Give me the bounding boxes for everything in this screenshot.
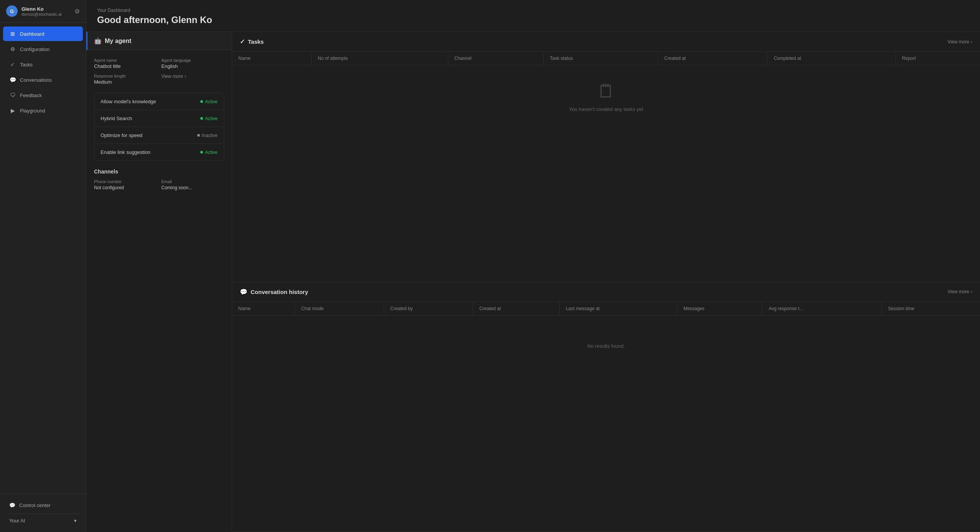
conversation-icon: 💬 (240, 288, 247, 296)
tasks-panel-header: ✓ Tasks View more › (232, 32, 980, 52)
tasks-empty-text: You haven't created any tasks yet (569, 106, 643, 112)
toggle-list: Allow model's knowledge Active Hybrid Se… (94, 93, 224, 161)
sidebar-header: G Glenn Ko demos@stochastic.ai ⚙ (0, 0, 86, 23)
user-name: Glenn Ko (21, 6, 62, 12)
agent-icon: 🤖 (94, 37, 102, 45)
conversations-label: Conversations (20, 77, 52, 83)
toggle-label: Optimize for speed (101, 132, 142, 138)
chevron-right-icon: › (185, 74, 186, 79)
response-length-field: Response length Medium (94, 74, 157, 87)
sidebar-item-tasks[interactable]: ✓ Tasks (3, 57, 83, 72)
sidebar-item-conversations[interactable]: 💬 Conversations (3, 73, 83, 87)
status-badge: Inactive (197, 133, 218, 138)
tasks-label: Tasks (20, 62, 33, 68)
tasks-column-header: Name (232, 52, 312, 65)
control-center-item[interactable]: 💬 Control center (6, 499, 80, 512)
sidebar-item-dashboard[interactable]: ⊞ Dashboard (3, 26, 83, 41)
tasks-title-label: Tasks (248, 38, 264, 45)
tasks-panel: ✓ Tasks View more › NameNo of attemptsCh… (232, 32, 980, 282)
status-badge: Active (200, 99, 218, 104)
avatar: G (6, 5, 18, 17)
conversation-table-container: NameChat modeCreated byCreated atLast me… (232, 302, 980, 532)
toggle-label: Hybrid Search (101, 116, 132, 121)
conversation-table-head: NameChat modeCreated byCreated atLast me… (232, 302, 980, 316)
agent-title: My agent (105, 38, 131, 45)
sidebar-nav: ⊞ Dashboard ⚙ Configuration ✓ Tasks 💬 Co… (0, 23, 86, 494)
tasks-column-header: Channel (448, 52, 544, 65)
toggle-item[interactable]: Enable link suggestion Active (94, 144, 224, 160)
control-center-label: Control center (19, 502, 51, 508)
conversation-column-header: Created at (473, 302, 559, 316)
phone-value: Not configured (94, 185, 157, 190)
status-text: Active (205, 116, 218, 121)
tasks-chevron-icon: › (971, 39, 972, 45)
email-label: Email (162, 179, 224, 184)
agent-name-field: Agent name Chatbot title (94, 58, 157, 69)
tasks-column-header: No of attempts (312, 52, 448, 65)
left-accent-bar (86, 32, 87, 50)
conversations-icon: 💬 (9, 76, 16, 83)
status-text: Active (205, 99, 218, 104)
channels-title: Channels (94, 169, 224, 175)
status-badge: Active (200, 150, 218, 155)
email-value: Coming soon... (162, 185, 224, 190)
conversation-view-more[interactable]: View more › (948, 289, 972, 294)
chevron-down-icon: ▾ (74, 518, 77, 524)
your-ai-item[interactable]: Your AI ▾ (6, 514, 80, 527)
tasks-title: ✓ Tasks (240, 38, 264, 45)
phone-channel: Phone number Not configured (94, 179, 157, 190)
agent-info-grid: Agent name Chatbot title Agent language … (94, 58, 224, 87)
user-email: demos@stochastic.ai (21, 12, 62, 17)
conversation-header-row: NameChat modeCreated byCreated atLast me… (232, 302, 980, 316)
conversation-column-header: Last message at (559, 302, 677, 316)
toggle-item[interactable]: Optimize for speed Inactive (94, 127, 224, 144)
status-text: Active (205, 150, 218, 155)
channels-section: Channels Phone number Not configured Ema… (94, 169, 224, 190)
conversation-column-header: Session time (882, 302, 980, 316)
agent-language-value: English (162, 63, 224, 69)
conversation-title-label: Conversation history (251, 289, 308, 295)
status-dot (200, 117, 203, 120)
conversation-panel-header: 💬 Conversation history View more › (232, 282, 980, 302)
conversation-empty-state: No results found. (232, 316, 980, 377)
status-badge: Active (200, 116, 218, 121)
main-body: 🤖 My agent Agent name Chatbot title Agen… (86, 32, 980, 532)
your-ai-label: Your AI (9, 518, 25, 524)
agent-panel: 🤖 My agent Agent name Chatbot title Agen… (86, 32, 232, 532)
agent-header: 🤖 My agent (86, 32, 232, 50)
view-more-label: View more (162, 74, 183, 79)
sidebar-footer: 💬 Control center Your AI ▾ (0, 494, 86, 532)
sidebar-item-playground[interactable]: ▶ Playground (3, 103, 83, 118)
tasks-view-more-label: View more (948, 39, 969, 45)
status-dot (200, 151, 203, 154)
settings-icon[interactable]: ⚙ (74, 8, 80, 15)
playground-label: Playground (20, 108, 45, 114)
phone-label: Phone number (94, 179, 157, 184)
feedback-label: Feedback (20, 93, 42, 98)
agent-language-field: Agent language English (162, 58, 224, 69)
agent-name-label: Agent name (94, 58, 157, 63)
sidebar-item-configuration[interactable]: ⚙ Configuration (3, 42, 83, 56)
channels-grid: Phone number Not configured Email Coming… (94, 179, 224, 190)
conversation-panel: 💬 Conversation history View more › NameC… (232, 282, 980, 532)
feedback-icon: 🗨 (9, 92, 16, 99)
status-text: Inactive (202, 133, 218, 138)
view-more-field[interactable]: View more › (162, 74, 224, 87)
tasks-view-more[interactable]: View more › (948, 39, 972, 45)
toggle-item[interactable]: Allow model's knowledge Active (94, 93, 224, 110)
toggle-label: Allow model's knowledge (101, 99, 156, 104)
configuration-label: Configuration (20, 46, 49, 52)
conversation-title: 💬 Conversation history (240, 288, 308, 296)
status-dot (200, 100, 203, 103)
tasks-icon: ✓ (9, 61, 16, 68)
dashboard-label: Dashboard (20, 31, 45, 37)
sidebar-item-feedback[interactable]: 🗨 Feedback (3, 88, 83, 102)
toggle-item[interactable]: Hybrid Search Active (94, 110, 224, 127)
conversation-empty-text: No results found. (587, 343, 625, 349)
user-profile[interactable]: G Glenn Ko demos@stochastic.ai (6, 5, 62, 17)
toggle-label: Enable link suggestion (101, 149, 150, 155)
email-channel: Email Coming soon... (162, 179, 224, 190)
tasks-icon: ✓ (240, 38, 245, 45)
user-info: Glenn Ko demos@stochastic.ai (21, 6, 62, 17)
response-length-label: Response length (94, 74, 157, 78)
